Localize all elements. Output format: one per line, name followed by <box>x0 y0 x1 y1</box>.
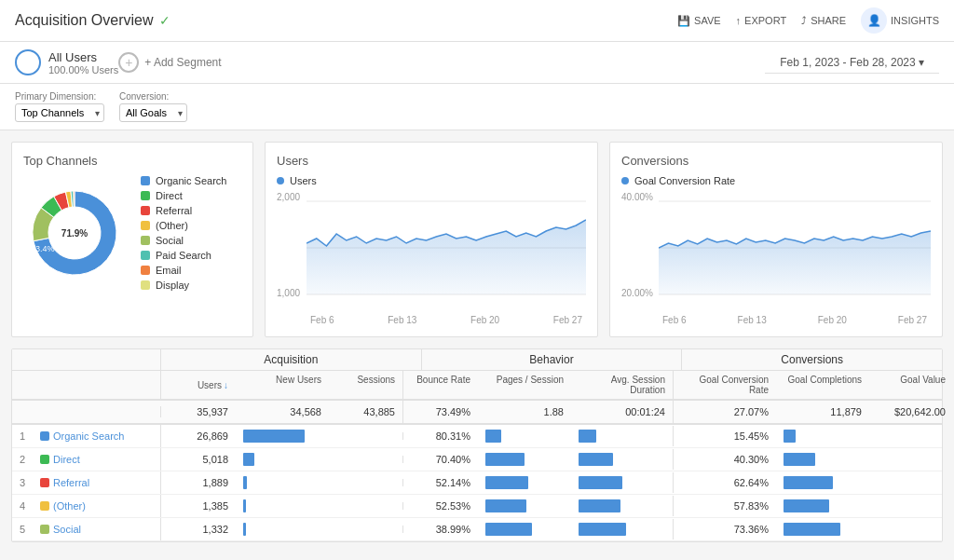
row-conv-bar <box>776 426 869 446</box>
bounce-col-header[interactable]: Bounce Rate <box>403 371 478 399</box>
conversions-group-header: Conversions <box>682 349 942 370</box>
users-x4: Feb 27 <box>553 315 582 325</box>
row-bounce: 52.53% <box>403 495 478 517</box>
total-sessions: 43,885 <box>329 401 403 423</box>
total-new-users: 34,568 <box>236 401 329 423</box>
total-bounce: 73.49% <box>403 401 478 423</box>
channel-cell: 2 Direct <box>12 448 161 471</box>
row-bounce: 52.14% <box>403 471 478 494</box>
completions-col-header[interactable]: Goal Completions <box>776 371 869 399</box>
row-conv-bar <box>776 449 869 470</box>
legend-item: Display <box>141 280 226 291</box>
row-conv-rate: 73.36% <box>674 518 776 540</box>
row-bounce: 70.40% <box>403 448 478 471</box>
new-users-col-header[interactable]: New Users <box>236 371 329 399</box>
row-new-users-bar <box>236 519 329 540</box>
users-y-bottom: 1,000 <box>277 288 300 298</box>
channel-link[interactable]: Referral <box>53 477 89 488</box>
users-chart-card: Users Users 2,000 1,000 <box>265 142 598 337</box>
share-button[interactable]: ⤴ SHARE <box>801 15 846 26</box>
data-rows-container: 1 Organic Search 26,869 80.31% 15.45% 2 … <box>12 425 942 541</box>
insights-button[interactable]: 👤 INSIGHTS <box>861 7 939 34</box>
conv-x3: Feb 20 <box>818 315 847 325</box>
pie-center-label: 71.9% <box>61 228 88 239</box>
conv-y-top: 40.00% <box>621 192 653 202</box>
row-conv-rate: 15.45% <box>674 425 776 447</box>
pie-chart-title: Top Channels <box>23 154 241 168</box>
conversions-line-chart: 40.00% 20.00% <box>621 192 931 313</box>
row-pages-bar <box>478 472 571 493</box>
table-row: 3 Referral 1,889 52.14% 62.64% <box>12 471 942 495</box>
channel-link[interactable]: (Other) <box>53 500 86 512</box>
title-text: Acquisition Overview <box>15 12 154 29</box>
duration-col-header[interactable]: Avg. Session Duration <box>571 371 674 399</box>
row-users: 1,385 <box>161 495 236 517</box>
goal-value-col-header[interactable]: Goal Value <box>869 371 953 399</box>
pie-legend: Organic SearchDirectReferral(Other)Socia… <box>141 175 226 291</box>
conversion-label: Conversion: <box>119 91 187 102</box>
pie-section: 13.4% 71.9% Organic SearchDirectReferral… <box>23 175 241 291</box>
total-completions: 11,879 <box>776 401 869 423</box>
row-users: 1,332 <box>161 518 236 540</box>
export-icon: ↑ <box>736 15 742 26</box>
legend-item: (Other) <box>141 220 226 231</box>
row-sessions-bar <box>329 432 403 440</box>
pages-col-header[interactable]: Pages / Session <box>478 371 571 399</box>
date-range[interactable]: Feb 1, 2023 - Feb 28, 2023 ▾ <box>765 52 939 74</box>
legend-item: Email <box>141 265 226 276</box>
table-row: 1 Organic Search 26,869 80.31% 15.45% <box>12 425 942 448</box>
total-goal-value: $20,642.00 <box>869 401 953 423</box>
table-row: 4 (Other) 1,385 52.53% 57.83% <box>12 495 942 518</box>
users-col-header[interactable]: Users ↓ <box>161 371 236 399</box>
row-duration-bar <box>571 496 674 516</box>
row-pages-bar <box>478 496 571 516</box>
sessions-col-header[interactable]: Sessions <box>329 371 403 399</box>
row-new-users-bar <box>236 449 329 470</box>
row-conv-bar <box>776 519 869 540</box>
row-conv-rate: 40.30% <box>674 448 776 471</box>
save-icon: 💾 <box>677 15 690 27</box>
conv-x2: Feb 13 <box>738 315 767 325</box>
row-conv-rate: 62.64% <box>674 471 776 494</box>
pie-chart-card: Top Channels 13.4% 71.9% Organic SearchD… <box>11 142 253 337</box>
table-group-headers: Acquisition Behavior Conversions <box>12 349 942 371</box>
channel-cell: 4 (Other) <box>12 495 161 517</box>
conversion-select[interactable]: All Goals <box>119 103 187 122</box>
channel-cell: 3 Referral <box>12 471 161 494</box>
check-icon: ✓ <box>159 13 170 28</box>
channel-cell: 5 Social <box>12 518 161 540</box>
share-icon: ⤴ <box>801 15 807 26</box>
header-actions: 💾 SAVE ↑ EXPORT ⤴ SHARE 👤 INSIGHTS <box>677 7 939 34</box>
segment-bar: All Users 100.00% Users + + Add Segment … <box>0 42 954 84</box>
legend-item: Paid Search <box>141 250 226 261</box>
conversions-chart-card: Conversions Goal Conversion Rate 40.00% … <box>609 142 943 337</box>
export-button[interactable]: ↑ EXPORT <box>736 15 787 26</box>
legend-item: Social <box>141 235 226 246</box>
row-users: 5,018 <box>161 448 236 471</box>
row-goal-value <box>869 526 953 533</box>
primary-dimension-control: Primary Dimension: Top Channels <box>15 91 104 122</box>
row-goal-value <box>869 432 953 440</box>
insights-icon: 👤 <box>861 7 887 34</box>
row-users: 1,889 <box>161 471 236 494</box>
channel-link[interactable]: Social <box>53 524 81 535</box>
primary-dimension-select[interactable]: Top Channels <box>15 103 104 122</box>
legend-item: Referral <box>141 205 226 216</box>
channel-link[interactable]: Organic Search <box>53 430 124 442</box>
conv-y-bottom: 20.00% <box>621 288 653 298</box>
total-pages: 1.88 <box>478 401 571 423</box>
channel-col-header <box>12 371 161 399</box>
conversions-chart-title: Conversions <box>621 154 931 168</box>
conv-rate-col-header[interactable]: Goal Conversion Rate <box>674 371 776 399</box>
add-segment-button[interactable]: + + Add Segment <box>118 52 221 73</box>
channel-link[interactable]: Direct <box>53 454 80 465</box>
row-goal-value <box>869 479 953 486</box>
save-button[interactable]: 💾 SAVE <box>677 15 721 27</box>
table-col-headers: Users ↓ New Users Sessions Bounce Rate P… <box>12 371 942 401</box>
users-line-chart: 2,000 1,000 <box>277 192 586 313</box>
segment-item: All Users 100.00% Users <box>15 49 118 75</box>
total-duration: 00:01:24 <box>571 401 674 423</box>
row-new-users-bar <box>236 426 329 446</box>
date-dropdown-icon: ▾ <box>919 56 924 69</box>
conversions-chart-legend: Goal Conversion Rate <box>621 175 931 186</box>
